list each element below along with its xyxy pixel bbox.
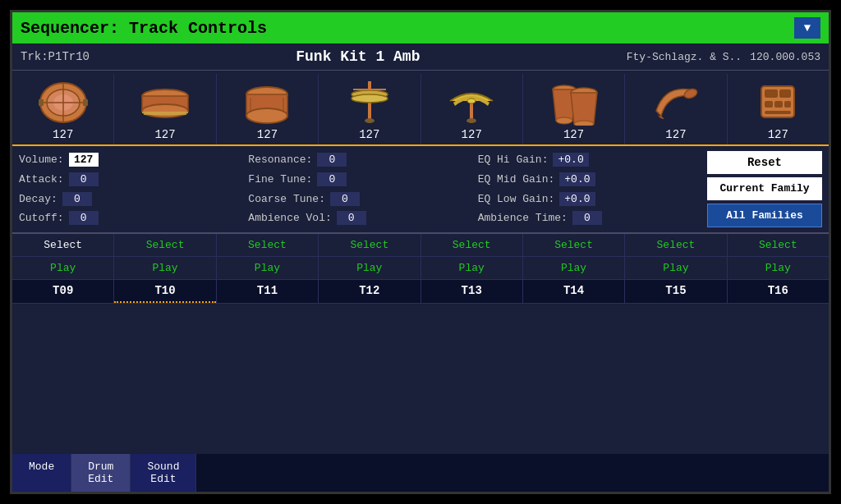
tab-sound-edit[interactable]: SoundEdit bbox=[131, 454, 196, 492]
reset-button[interactable]: Reset bbox=[707, 151, 822, 174]
dropdown-arrow[interactable]: ▼ bbox=[794, 17, 820, 39]
tab-mode[interactable]: Mode bbox=[12, 454, 71, 492]
eq-low-row: EQ Low Gain: +0.0 bbox=[478, 190, 699, 208]
instrument-cell-7[interactable]: 127 bbox=[728, 74, 829, 144]
instrument-cell-2[interactable]: 127 bbox=[217, 74, 319, 144]
factory-label: Fty-Schlagz. & S.. bbox=[627, 51, 742, 63]
instrument-cell-5[interactable]: 127 bbox=[523, 74, 625, 144]
select-button-4[interactable]: Select bbox=[421, 234, 522, 257]
svg-point-26 bbox=[556, 117, 572, 124]
instrument-cell-1[interactable]: 127 bbox=[114, 74, 216, 144]
eq-mid-value: +0.0 bbox=[559, 172, 595, 186]
svg-rect-31 bbox=[765, 89, 778, 98]
cymbal-icon bbox=[443, 77, 500, 126]
attack-label: Attack: bbox=[19, 173, 64, 186]
play-button-0[interactable]: Play bbox=[12, 257, 113, 280]
track-group-0: Select Play T09 bbox=[12, 234, 114, 303]
select-button-3[interactable]: Select bbox=[319, 234, 420, 257]
volume-value: 127 bbox=[69, 153, 99, 167]
instrument-cell-3[interactable]: 127 bbox=[319, 74, 420, 144]
instrument-value-2: 127 bbox=[257, 128, 278, 141]
track-buttons: Select Play T09 Select Play T10 Select P… bbox=[12, 234, 829, 304]
hihat-icon bbox=[341, 77, 398, 126]
track-id-2: T11 bbox=[217, 280, 318, 301]
decay-row: Decay: 0 bbox=[19, 190, 240, 208]
instrument-cell-4[interactable]: 127 bbox=[421, 74, 523, 144]
instrument-value-7: 127 bbox=[768, 128, 788, 141]
eq-hi-label: EQ Hi Gain: bbox=[478, 153, 549, 166]
select-button-6[interactable]: Select bbox=[625, 234, 726, 257]
select-button-1[interactable]: Select bbox=[114, 234, 215, 257]
resonance-value: 0 bbox=[317, 153, 347, 167]
bottom-tabs: Mode DrumEdit SoundEdit bbox=[12, 454, 829, 492]
track-id-5: T14 bbox=[523, 280, 624, 301]
instrument-value-5: 127 bbox=[563, 128, 584, 141]
resonance-label: Resonance: bbox=[248, 153, 312, 166]
svg-point-23 bbox=[466, 118, 476, 123]
snare-icon bbox=[136, 77, 194, 126]
play-button-1[interactable]: Play bbox=[114, 257, 215, 280]
controls-mid: Resonance: 0 Fine Tune: 0 Coarse Tune: 0… bbox=[240, 151, 469, 227]
track-group-3: Select Play T12 bbox=[319, 234, 420, 303]
svg-point-9 bbox=[142, 104, 188, 117]
controls-left: Volume: 127 Attack: 0 Decay: 0 Cutoff: 0 bbox=[19, 151, 240, 227]
svg-point-14 bbox=[246, 108, 287, 123]
instrument-value-3: 127 bbox=[359, 128, 379, 141]
tempo-label: 120.000.053 bbox=[750, 51, 820, 63]
shaker-icon bbox=[749, 77, 807, 126]
decay-value: 0 bbox=[62, 192, 92, 206]
eq-low-label: EQ Low Gain: bbox=[478, 193, 555, 205]
ambience-vol-label: Ambience Vol: bbox=[248, 212, 331, 224]
instrument-cell-6[interactable]: 127 bbox=[625, 74, 727, 144]
instrument-cell-0[interactable]: 127 bbox=[12, 74, 114, 144]
track-group-6: Select Play T15 bbox=[625, 234, 727, 303]
eq-hi-row: EQ Hi Gain: +0.0 bbox=[478, 151, 699, 169]
tab-drum-edit[interactable]: DrumEdit bbox=[71, 454, 131, 492]
svg-rect-6 bbox=[83, 99, 88, 106]
track-group-7: Select Play T16 bbox=[728, 234, 829, 303]
instrument-value-6: 127 bbox=[665, 128, 686, 141]
horn-icon bbox=[647, 77, 705, 126]
select-button-7[interactable]: Select bbox=[728, 234, 829, 257]
instruments-row: 127 127 bbox=[12, 71, 829, 146]
cutoff-value: 0 bbox=[69, 211, 99, 225]
tab-spacer bbox=[196, 454, 829, 492]
svg-point-28 bbox=[574, 121, 594, 126]
controls-right: EQ Hi Gain: +0.0 EQ Mid Gain: +0.0 EQ Lo… bbox=[470, 151, 699, 227]
track-bar: Trk:P1Tr10 Funk Kit 1 Amb Fty-Schlagz. &… bbox=[12, 44, 829, 71]
fine-tune-row: Fine Tune: 0 bbox=[248, 171, 469, 189]
coarse-tune-row: Coarse Tune: 0 bbox=[248, 190, 469, 208]
svg-rect-36 bbox=[765, 111, 791, 114]
current-family-button[interactable]: Current Family bbox=[707, 177, 822, 200]
play-button-7[interactable]: Play bbox=[728, 257, 829, 280]
volume-row: Volume: 127 bbox=[19, 151, 240, 169]
instrument-value-4: 127 bbox=[462, 128, 482, 141]
track-group-5: Select Play T14 bbox=[523, 234, 625, 303]
svg-rect-5 bbox=[39, 99, 44, 106]
track-id-4: T13 bbox=[421, 280, 522, 301]
track-id-0: T09 bbox=[12, 280, 113, 301]
attack-value: 0 bbox=[69, 172, 99, 186]
cutoff-row: Cutoff: 0 bbox=[19, 209, 240, 227]
eq-low-value: +0.0 bbox=[559, 192, 595, 206]
select-button-2[interactable]: Select bbox=[217, 234, 318, 257]
track-group-4: Select Play T13 bbox=[421, 234, 523, 303]
ambience-vol-value: 0 bbox=[337, 211, 366, 225]
cutoff-label: Cutoff: bbox=[19, 212, 64, 224]
instrument-value-0: 127 bbox=[53, 128, 73, 141]
play-button-4[interactable]: Play bbox=[421, 257, 522, 280]
select-button-0[interactable]: Select bbox=[12, 234, 113, 257]
select-button-5[interactable]: Select bbox=[523, 234, 624, 257]
svg-point-24 bbox=[467, 99, 476, 103]
play-button-3[interactable]: Play bbox=[319, 257, 420, 280]
title-bar: Sequencer: Track Controls ▼ bbox=[12, 12, 829, 44]
instrument-value-1: 127 bbox=[154, 128, 175, 141]
ambience-vol-row: Ambience Vol: 0 bbox=[248, 209, 469, 227]
track-group-2: Select Play T11 bbox=[217, 234, 319, 303]
controls-area: Volume: 127 Attack: 0 Decay: 0 Cutoff: 0… bbox=[12, 146, 829, 234]
all-families-button[interactable]: All Families bbox=[707, 204, 822, 227]
svg-rect-35 bbox=[784, 101, 791, 108]
play-button-2[interactable]: Play bbox=[217, 257, 318, 280]
play-button-5[interactable]: Play bbox=[523, 257, 624, 280]
play-button-6[interactable]: Play bbox=[625, 257, 726, 280]
